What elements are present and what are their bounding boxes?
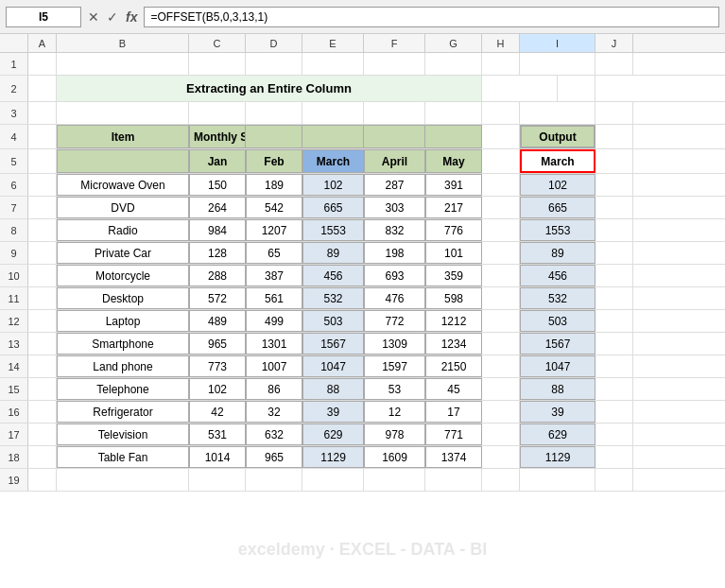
cell-f19[interactable] bbox=[364, 469, 425, 491]
cell-d5-feb[interactable]: Feb bbox=[246, 149, 302, 173]
cell-f11[interactable]: 476 bbox=[364, 287, 425, 309]
cell-h9[interactable] bbox=[482, 242, 520, 264]
cell-f8[interactable]: 832 bbox=[364, 219, 425, 241]
cancel-icon[interactable]: ✕ bbox=[85, 9, 102, 25]
cell-c10[interactable]: 288 bbox=[189, 265, 246, 286]
cell-e6-mar[interactable]: 102 bbox=[302, 174, 364, 196]
cell-h15[interactable] bbox=[482, 378, 520, 400]
cell-a6[interactable] bbox=[28, 174, 57, 196]
cell-j6[interactable] bbox=[596, 174, 633, 196]
cell-j2[interactable] bbox=[558, 76, 596, 101]
cell-e17-mar[interactable]: 629 bbox=[302, 424, 364, 445]
cell-i10-out[interactable]: 456 bbox=[520, 265, 596, 286]
cell-j1[interactable] bbox=[596, 53, 633, 75]
cell-e13-mar[interactable]: 1567 bbox=[302, 333, 364, 355]
cell-c8[interactable]: 984 bbox=[189, 219, 246, 241]
cell-c12[interactable]: 489 bbox=[189, 310, 246, 332]
col-header-a[interactable]: A bbox=[28, 34, 57, 52]
cell-c15[interactable]: 102 bbox=[189, 378, 246, 400]
cell-b6-item[interactable]: Microwave Oven bbox=[57, 174, 189, 196]
cell-g6[interactable]: 391 bbox=[425, 174, 482, 196]
cell-g14[interactable]: 2150 bbox=[425, 355, 482, 377]
cell-b10-item[interactable]: Motorcycle bbox=[57, 265, 189, 286]
confirm-icon[interactable]: ✓ bbox=[104, 9, 121, 25]
col-header-f[interactable]: F bbox=[364, 34, 425, 52]
cell-f1[interactable] bbox=[364, 53, 425, 75]
cell-a13[interactable] bbox=[28, 333, 57, 355]
cell-j18[interactable] bbox=[596, 446, 633, 468]
cell-j4[interactable] bbox=[596, 125, 633, 148]
cell-a8[interactable] bbox=[28, 219, 57, 241]
cell-e8-mar[interactable]: 1553 bbox=[302, 219, 364, 241]
cell-i17-out[interactable]: 629 bbox=[520, 424, 596, 445]
cell-f14[interactable]: 1597 bbox=[364, 355, 425, 377]
cell-d16[interactable]: 32 bbox=[246, 401, 302, 423]
cell-h7[interactable] bbox=[482, 197, 520, 218]
cell-g7[interactable]: 217 bbox=[425, 197, 482, 218]
cell-e15-mar[interactable]: 88 bbox=[302, 378, 364, 400]
cell-h18[interactable] bbox=[482, 446, 520, 468]
cell-f3[interactable] bbox=[364, 102, 425, 124]
cell-b17-item[interactable]: Television bbox=[57, 424, 189, 445]
cell-f9[interactable]: 198 bbox=[364, 242, 425, 264]
cell-h16[interactable] bbox=[482, 401, 520, 423]
cell-a18[interactable] bbox=[28, 446, 57, 468]
cell-a12[interactable] bbox=[28, 310, 57, 332]
cell-b16-item[interactable]: Refrigerator bbox=[57, 401, 189, 423]
cell-i6-out[interactable]: 102 bbox=[520, 174, 596, 196]
cell-d17[interactable]: 632 bbox=[246, 424, 302, 445]
cell-b1[interactable] bbox=[57, 53, 189, 75]
cell-i4-output[interactable]: Output bbox=[520, 125, 596, 148]
cell-a9[interactable] bbox=[28, 242, 57, 264]
cell-h17[interactable] bbox=[482, 424, 520, 445]
cell-f7[interactable]: 303 bbox=[364, 197, 425, 218]
cell-j19[interactable] bbox=[596, 469, 633, 491]
cell-h4[interactable] bbox=[482, 125, 520, 148]
cell-i13-out[interactable]: 1567 bbox=[520, 333, 596, 355]
cell-a14[interactable] bbox=[28, 355, 57, 377]
col-header-i[interactable]: I bbox=[520, 34, 596, 52]
cell-j14[interactable] bbox=[596, 355, 633, 377]
cell-j15[interactable] bbox=[596, 378, 633, 400]
cell-j10[interactable] bbox=[596, 265, 633, 286]
cell-h1[interactable] bbox=[482, 53, 520, 75]
cell-e18-mar[interactable]: 1129 bbox=[302, 446, 364, 468]
cell-a7[interactable] bbox=[28, 197, 57, 218]
cell-g8[interactable]: 776 bbox=[425, 219, 482, 241]
col-header-b[interactable]: B bbox=[57, 34, 189, 52]
cell-i12-out[interactable]: 503 bbox=[520, 310, 596, 332]
cell-g11[interactable]: 598 bbox=[425, 287, 482, 309]
cell-g10[interactable]: 359 bbox=[425, 265, 482, 286]
cell-c16[interactable]: 42 bbox=[189, 401, 246, 423]
cell-e3[interactable] bbox=[302, 102, 364, 124]
cell-b9-item[interactable]: Private Car bbox=[57, 242, 189, 264]
cell-j9[interactable] bbox=[596, 242, 633, 264]
cell-b12-item[interactable]: Laptop bbox=[57, 310, 189, 332]
cell-c7[interactable]: 264 bbox=[189, 197, 246, 218]
col-header-g[interactable]: G bbox=[425, 34, 482, 52]
cell-f12[interactable]: 772 bbox=[364, 310, 425, 332]
cell-a5[interactable] bbox=[28, 149, 57, 173]
cell-b8-item[interactable]: Radio bbox=[57, 219, 189, 241]
cell-e5-mar[interactable]: March bbox=[302, 149, 364, 173]
cell-d13[interactable]: 1301 bbox=[246, 333, 302, 355]
cell-d1[interactable] bbox=[246, 53, 302, 75]
cell-g16[interactable]: 17 bbox=[425, 401, 482, 423]
cell-e9-mar[interactable]: 89 bbox=[302, 242, 364, 264]
cell-b2[interactable]: Extracting an Entire Column bbox=[57, 76, 482, 101]
cell-d3[interactable] bbox=[246, 102, 302, 124]
cell-e10-mar[interactable]: 456 bbox=[302, 265, 364, 286]
cell-g4[interactable] bbox=[425, 125, 482, 148]
cell-e14-mar[interactable]: 1047 bbox=[302, 355, 364, 377]
cell-g5-may[interactable]: May bbox=[425, 149, 482, 173]
cell-b5-item[interactable] bbox=[57, 149, 189, 173]
cell-a2[interactable] bbox=[28, 76, 57, 101]
cell-j13[interactable] bbox=[596, 333, 633, 355]
cell-f5-apr[interactable]: April bbox=[364, 149, 425, 173]
cell-h10[interactable] bbox=[482, 265, 520, 286]
col-header-h[interactable]: H bbox=[482, 34, 520, 52]
cell-i15-out[interactable]: 88 bbox=[520, 378, 596, 400]
cell-j12[interactable] bbox=[596, 310, 633, 332]
formula-input[interactable] bbox=[144, 7, 719, 27]
cell-g17[interactable]: 771 bbox=[425, 424, 482, 445]
